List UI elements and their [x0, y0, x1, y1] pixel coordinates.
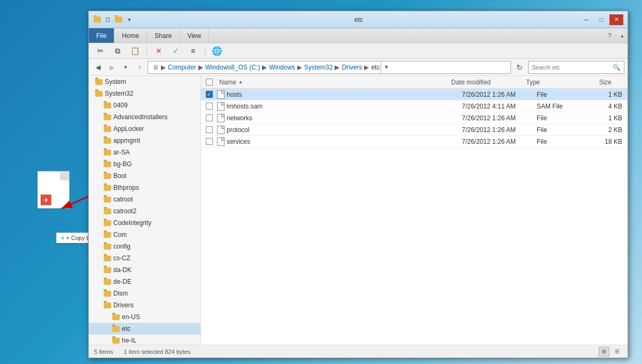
search-box[interactable]: 🔍 — [528, 61, 624, 74]
sidebar-item-0409[interactable]: 0409 — [89, 99, 200, 111]
row-check-protocol[interactable] — [201, 126, 217, 133]
sidebar-item-bgbg[interactable]: bg-BG — [89, 158, 200, 170]
main-content: System System32 0409 AdvancedInstallers … — [89, 76, 628, 345]
file-row-services[interactable]: services 7/26/2012 1:26 AM File 18 KB — [201, 136, 628, 148]
folder-icon — [104, 244, 111, 250]
checkbox-services[interactable] — [206, 138, 213, 145]
up-button[interactable]: ↑ — [134, 61, 145, 73]
sidebar-item-boot[interactable]: Boot — [89, 170, 200, 182]
details-view-button[interactable]: ⊞ — [599, 347, 609, 357]
ribbon-collapse[interactable]: ▲ — [617, 28, 628, 43]
sidebar-item-heil[interactable]: he-IL — [89, 335, 200, 345]
file-row-protocol[interactable]: protocol 7/26/2012 1:26 AM File 2 KB — [201, 124, 628, 136]
breadcrumb-windows[interactable]: Windows — [269, 64, 295, 71]
checkbox-protocol[interactable] — [206, 126, 213, 133]
breadcrumb-drive[interactable]: Windows8_OS (C:) — [205, 64, 260, 71]
search-icon[interactable]: 🔍 — [613, 64, 621, 71]
col-header-type[interactable]: Type — [526, 79, 579, 86]
globe-button[interactable]: 🌐 — [210, 44, 225, 57]
select-all-checkbox[interactable] — [206, 79, 213, 86]
col-header-size[interactable]: Size — [579, 79, 617, 86]
status-bar: 5 items 1 item selected 824 bytes ⊞ ☰ — [89, 345, 628, 358]
search-input[interactable] — [532, 64, 613, 71]
sidebar-item-cscz[interactable]: cs-CZ — [89, 252, 200, 264]
maximize-button[interactable]: □ — [594, 14, 608, 25]
filename-services[interactable]: services — [227, 138, 462, 145]
address-bar: ◀ ▶ ▼ ↑ 🖥 ▶ Computer ▶ Windows8_OS (C:) … — [89, 59, 628, 76]
size-networks: 1 KB — [590, 114, 628, 122]
row-check-networks[interactable] — [201, 114, 217, 121]
address-input[interactable]: 🖥 ▶ Computer ▶ Windows8_OS (C:) ▶ Window… — [148, 61, 511, 74]
sidebar-item-applocker[interactable]: AppLocker — [89, 123, 200, 135]
file-row-networks[interactable]: networks 7/26/2012 1:26 AM File 1 KB — [201, 112, 628, 124]
copy-button[interactable]: ⧉ — [110, 44, 125, 57]
check-button[interactable]: ✓ — [168, 44, 183, 57]
checkbox-lmhosts[interactable] — [206, 103, 213, 110]
folder-icon — [104, 161, 111, 167]
help-button[interactable]: ? — [602, 28, 617, 43]
folder-icon — [104, 291, 111, 297]
minimize-button[interactable]: ─ — [579, 14, 593, 25]
paste-button[interactable]: 📋 — [127, 44, 142, 57]
row-check-lmhosts[interactable] — [201, 103, 217, 110]
delete-button[interactable]: ✕ — [151, 44, 166, 57]
checkbox-hosts[interactable]: ✓ — [206, 91, 213, 98]
file-row-lmhosts[interactable]: lmhosts.sam 7/26/2012 4:11 AM SAM File 4… — [201, 100, 628, 112]
forward-button[interactable]: ▶ — [106, 61, 118, 73]
size-services: 18 KB — [590, 138, 628, 145]
row-check-services[interactable] — [201, 138, 217, 145]
filename-protocol[interactable]: protocol — [227, 126, 462, 134]
tab-view[interactable]: View — [180, 28, 209, 43]
sidebar-item-enus[interactable]: en-US — [89, 311, 200, 323]
sidebar-item-dism[interactable]: Dism — [89, 288, 200, 299]
file-row-hosts[interactable]: ✓ hosts 7/26/2012 1:26 AM File 1 KB — [201, 89, 628, 100]
filename-networks[interactable]: networks — [227, 114, 462, 122]
refresh-button[interactable]: ↻ — [513, 61, 526, 74]
sidebar-item-dadk[interactable]: da-DK — [89, 264, 200, 276]
sidebar-item-catroot[interactable]: catroot — [89, 193, 200, 205]
sidebar-item-arsa[interactable]: ar-SA — [89, 146, 200, 158]
col-header-date[interactable]: Date modified — [451, 79, 526, 86]
size-lmhosts: 4 KB — [590, 103, 628, 110]
file-icon-networks — [217, 114, 225, 122]
col-header-name[interactable]: Name ▲ — [217, 79, 451, 86]
list-view-button[interactable]: ☰ — [612, 347, 622, 357]
sidebar-item-advancedinstallers[interactable]: AdvancedInstallers — [89, 111, 200, 123]
sidebar-item-appmgmt[interactable]: appmgmt — [89, 135, 200, 146]
dropdown-nav-button[interactable]: ▼ — [120, 61, 132, 73]
lines-button[interactable]: ≡ — [185, 44, 200, 57]
sidebar-item-codeintegrity[interactable]: CodeIntegrity — [89, 217, 200, 229]
dropdown-icon[interactable]: ▼ — [125, 16, 134, 24]
sidebar-item-catroot2[interactable]: catroot2 — [89, 205, 200, 217]
sidebar-item-config[interactable]: config — [89, 241, 200, 252]
back-button[interactable]: ◀ — [92, 61, 104, 73]
item-count: 5 items — [94, 348, 113, 355]
sidebar: System System32 0409 AdvancedInstallers … — [89, 76, 201, 345]
breadcrumb-drivers[interactable]: Drivers — [342, 64, 362, 71]
breadcrumb-etc: etc — [371, 64, 380, 71]
breadcrumb-system32[interactable]: System32 — [304, 64, 332, 71]
filename-hosts[interactable]: hosts — [227, 91, 462, 98]
cut-button[interactable]: ✂ — [93, 44, 108, 57]
sidebar-item-dede[interactable]: de-DE — [89, 276, 200, 288]
ribbon: File Home Share View ? ▲ ✂ ⧉ 📋 ✕ ✓ ≡ 🌐 — [89, 28, 628, 59]
header-check[interactable] — [201, 79, 217, 86]
checkbox-networks[interactable] — [206, 114, 213, 121]
close-button[interactable]: ✕ — [609, 14, 623, 25]
filename-lmhosts[interactable]: lmhosts.sam — [227, 103, 462, 110]
sidebar-item-bthprops[interactable]: Bthprops — [89, 182, 200, 193]
tab-home[interactable]: Home — [114, 28, 147, 43]
breadcrumb-computer[interactable]: Computer — [168, 64, 196, 71]
sidebar-item-etc[interactable]: etc — [89, 323, 200, 335]
tab-file[interactable]: File — [89, 28, 114, 43]
sidebar-item-system32[interactable]: System32 — [89, 88, 200, 99]
date-services: 7/26/2012 1:26 AM — [462, 138, 537, 145]
sidebar-item-system[interactable]: System — [89, 76, 200, 88]
address-dropdown[interactable]: ▼ — [381, 61, 391, 74]
folder-icon — [104, 103, 111, 109]
row-check-hosts[interactable]: ✓ — [201, 91, 217, 98]
sidebar-item-com[interactable]: Com — [89, 229, 200, 241]
tab-share[interactable]: Share — [147, 28, 180, 43]
sidebar-item-drivers[interactable]: Drivers — [89, 299, 200, 311]
folder-icon — [104, 220, 111, 226]
